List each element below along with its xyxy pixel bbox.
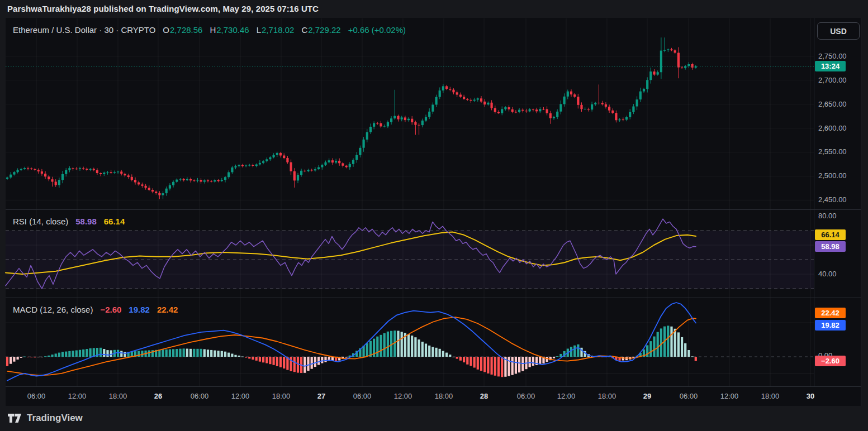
macd-value-hist: −2.60: [100, 305, 121, 314]
macd-title: MACD (12, 26, close): [13, 305, 93, 314]
rsi-ma-price-badge: 66.14: [815, 229, 846, 240]
footer-bar: TradingView: [0, 406, 868, 431]
change-text: +0.66 (+0.02%): [348, 25, 406, 35]
price-axis[interactable]: [814, 18, 861, 387]
rsi-value-ma: 66.14: [104, 217, 125, 226]
macd-value-macd: 19.82: [129, 305, 150, 314]
chart-plot-area[interactable]: [6, 18, 814, 387]
rsi-legend: RSI (14, close) 58.98 66.14: [13, 217, 125, 226]
rsi-main-price-badge: 58.98: [815, 241, 846, 252]
symbol-title: Ethereum / U.S. Dollar · 30 · CRYPTO: [13, 25, 155, 35]
ohlc-open: O2,728.56: [163, 25, 202, 35]
ohlc-close: C2,729.22: [301, 25, 340, 35]
macd-value-signal: 22.42: [157, 305, 178, 314]
macd-legend: MACD (12, 26, close) −2.60 19.82 22.42: [13, 305, 178, 314]
publish-header: ParshwaTurakhiya28 published on TradingV…: [0, 0, 868, 18]
ohlc-high: H2,730.46: [210, 25, 249, 35]
rsi-value-main: 58.98: [75, 217, 97, 226]
publish-header-text: ParshwaTurakhiya28 published on TradingV…: [7, 0, 319, 18]
tradingview-logo[interactable]: TradingView: [7, 411, 83, 425]
time-axis[interactable]: [6, 387, 814, 406]
currency-toggle-button[interactable]: USD: [817, 22, 860, 40]
macd-line-badge: 19.82: [815, 320, 846, 331]
macd-signal-badge: 22.42: [815, 308, 846, 318]
bar-countdown-badge: 13:24: [815, 61, 846, 71]
macd-hist-badge: −2.60: [815, 356, 846, 366]
rsi-title: RSI (14, close): [13, 217, 68, 226]
tradingview-logo-text: TradingView: [27, 413, 83, 424]
tradingview-logo-icon: [7, 411, 22, 425]
ohlc-low: L2,718.02: [257, 25, 295, 35]
symbol-legend: Ethereum / U.S. Dollar · 30 · CRYPTO O2,…: [13, 25, 406, 35]
tradingview-snapshot: ParshwaTurakhiya28 published on TradingV…: [0, 0, 868, 431]
